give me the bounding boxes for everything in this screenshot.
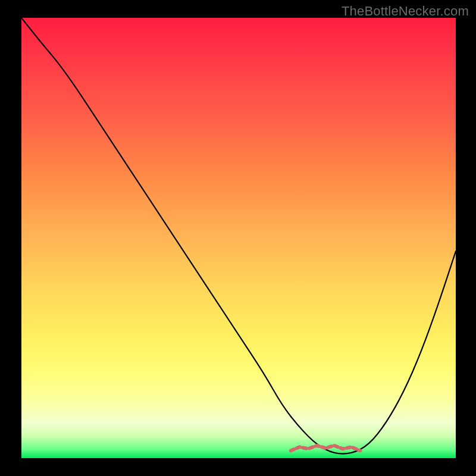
chart-svg (21, 18, 456, 458)
plot-area (21, 18, 456, 458)
chart-frame: TheBottleNecker.com (0, 0, 476, 476)
bottleneck-curve (21, 18, 456, 454)
watermark-text: TheBottleNecker.com (342, 4, 469, 19)
